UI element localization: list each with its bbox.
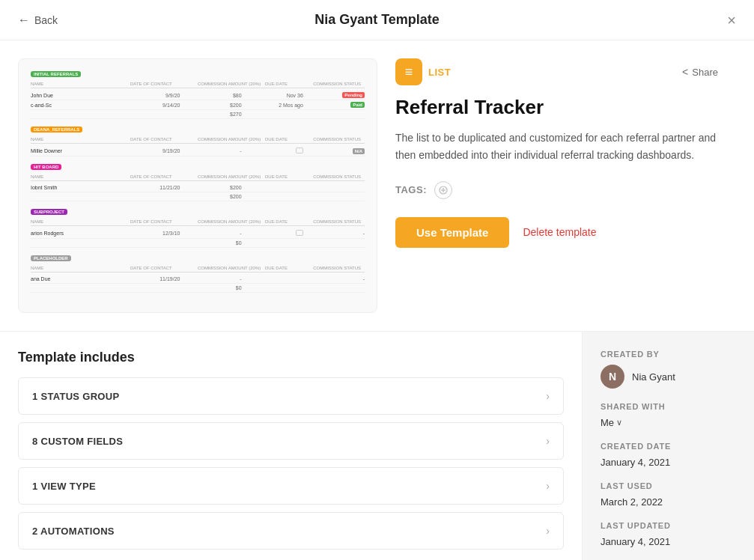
type-badge-row: ≡ LIST < Share (395, 58, 718, 85)
tags-add-icon[interactable] (434, 181, 452, 199)
include-label-status: 1 STATUS GROUP (32, 391, 119, 402)
created-date-value: January 4, 2021 (601, 457, 736, 468)
use-template-button[interactable]: Use Template (395, 217, 509, 248)
creator-avatar: N (601, 365, 624, 389)
preview-badge-4: SUBPROJECT (31, 209, 67, 215)
back-label: Back (34, 14, 58, 26)
include-label-view: 1 VIEW TYPE (32, 481, 96, 492)
type-badge: ≡ LIST (395, 58, 451, 85)
preview-section-2: DEANA_REFERRALS NAME DATE OF CONTACT COM… (31, 127, 365, 156)
preview-row: Millie Downer 9/19/20 - N/A (31, 146, 365, 156)
preview-table: INITIAL REFERRALS NAME DATE OF CONTACT C… (31, 71, 365, 293)
shared-with-value[interactable]: Me ∨ (601, 417, 736, 428)
preview-row: $0 (31, 239, 365, 248)
created-date-label: CREATED DATE (601, 442, 736, 451)
page-title: Nia Gyant Template (314, 12, 440, 28)
shared-with-text: Me (601, 417, 614, 428)
delete-template-button[interactable]: Delete template (523, 226, 596, 238)
include-label-automations: 2 AUTOMATIONS (32, 526, 115, 537)
share-icon: < (682, 66, 688, 78)
preview-badge-5: PLACEHOLDER (31, 255, 71, 261)
template-preview: INITIAL REFERRALS NAME DATE OF CONTACT C… (18, 58, 377, 313)
last-used-value: March 2, 2022 (601, 496, 736, 508)
preview-row: John Due 9/9/20 $80 Nov 36 Pending (31, 91, 365, 100)
bottom-content: Template includes 1 STATUS GROUP › 8 CUS… (0, 331, 754, 560)
preview-row: $270 (31, 110, 365, 119)
back-button[interactable]: ← Back (18, 13, 58, 27)
list-icon: ≡ (395, 58, 422, 85)
created-by-label: CREATED BY (601, 350, 736, 359)
chevron-down-icon: ∨ (616, 418, 622, 427)
back-arrow-icon: ← (18, 13, 30, 27)
share-label: Share (692, 67, 718, 78)
preview-row: $0 (31, 284, 365, 293)
include-item-status[interactable]: 1 STATUS GROUP › (18, 377, 564, 415)
chevron-right-icon-automations: › (546, 525, 550, 537)
include-item-view[interactable]: 1 VIEW TYPE › (18, 467, 564, 505)
preview-row: c-and-Sc 9/14/20 $200 2 Mos ago Paid (31, 100, 365, 110)
preview-badge-1: INITIAL REFERRALS (31, 71, 81, 77)
preview-row: Iobnt Smith 11/21/20 $200 (31, 183, 365, 192)
last-updated-label: LAST UPDATED (601, 521, 736, 530)
sidebar-info: CREATED BY N Nia Gyant SHARED WITH Me ∨ … (582, 331, 754, 560)
actions-row: Use Template Delete template (395, 217, 718, 248)
creator-row: N Nia Gyant (601, 365, 736, 389)
preview-section-3: HIT BOARD NAME DATE OF CONTACT COMMISSIO… (31, 164, 365, 201)
type-label: LIST (428, 67, 451, 78)
template-description: The list to be duplicated and customized… (395, 130, 718, 163)
preview-badge-3: HIT BOARD (31, 164, 61, 170)
preview-section-5: PLACEHOLDER NAME DATE OF CONTACT COMMISS… (31, 255, 365, 293)
last-updated-value: January 4, 2021 (601, 536, 736, 547)
header: ← Back Nia Gyant Template × (0, 0, 754, 40)
preview-row: ana Due 11/19/20 - - (31, 275, 365, 284)
chevron-right-icon-view: › (546, 480, 550, 492)
share-button[interactable]: < Share (682, 66, 718, 78)
preview-badge-2: DEANA_REFERRALS (31, 127, 82, 133)
preview-section-4: SUBPROJECT NAME DATE OF CONTACT COMMISSI… (31, 209, 365, 248)
include-item-fields[interactable]: 8 CUSTOM FIELDS › (18, 422, 564, 460)
template-title: Referral Tracker (395, 96, 718, 119)
shared-with-label: SHARED WITH (601, 402, 736, 411)
preview-row: arion Rodgers 12/3/10 - - (31, 228, 365, 239)
includes-title: Template includes (18, 350, 564, 365)
top-content: INITIAL REFERRALS NAME DATE OF CONTACT C… (0, 40, 754, 313)
creator-name: Nia Gyant (632, 371, 675, 383)
preview-row: $200 (31, 192, 365, 201)
chevron-right-icon-status: › (546, 390, 550, 402)
last-used-label: LAST USED (601, 481, 736, 490)
chevron-right-icon-fields: › (546, 435, 550, 447)
tags-label: TAGS: (395, 184, 427, 195)
include-label-fields: 8 CUSTOM FIELDS (32, 436, 123, 447)
include-item-automations[interactable]: 2 AUTOMATIONS › (18, 512, 564, 550)
tags-row: TAGS: (395, 181, 718, 199)
close-button[interactable]: × (727, 13, 736, 28)
detail-panel: ≡ LIST < Share Referral Tracker The list… (377, 58, 736, 248)
includes-panel: Template includes 1 STATUS GROUP › 8 CUS… (0, 331, 582, 560)
preview-section-1: INITIAL REFERRALS NAME DATE OF CONTACT C… (31, 71, 365, 119)
